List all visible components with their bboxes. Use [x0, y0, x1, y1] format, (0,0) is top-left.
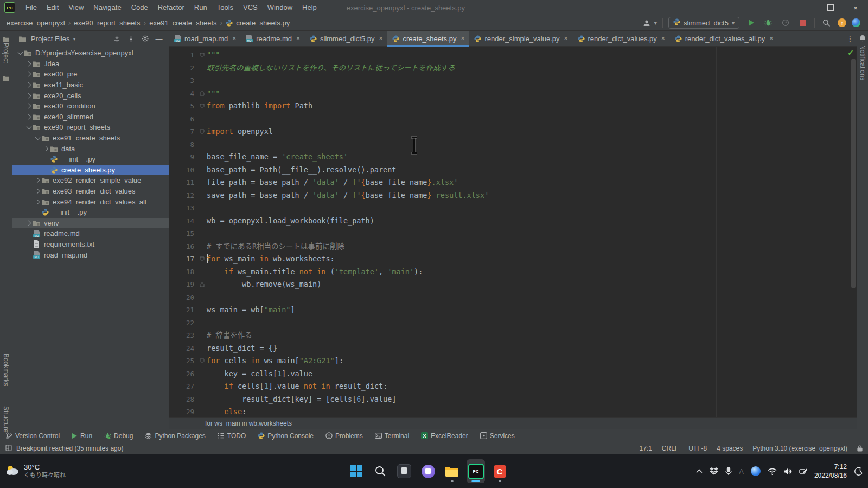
taskbar-app-dark[interactable]: [395, 459, 413, 483]
code-line[interactable]: 27 if cells[1].value not in result_dict:: [169, 380, 857, 393]
tree-item-exe91_create_sheets[interactable]: exe91_create_sheets: [12, 133, 169, 144]
tree-item-exe00_pre[interactable]: exe00_pre: [12, 69, 169, 80]
breadcrumb-item[interactable]: exe91_create_sheets: [149, 19, 216, 27]
toolwindow-problems[interactable]: Problems: [326, 432, 363, 440]
tree-item-create_sheets.py[interactable]: create_sheets.py: [12, 165, 169, 176]
status-message[interactable]: Breakpoint reached (35 minutes ago): [16, 445, 123, 452]
toolwindow-excelreader[interactable]: XExcelReader: [421, 432, 468, 440]
chevron-right-icon[interactable]: [24, 115, 33, 119]
tree-item-__init__.py[interactable]: __init__.py: [12, 154, 169, 165]
minimize-button[interactable]: [793, 0, 818, 15]
collapse-all-icon[interactable]: [125, 33, 136, 44]
code-line[interactable]: 16# すでにあるR相当のシートは事前に削除: [169, 240, 857, 253]
status-caret-position[interactable]: 17:1: [639, 445, 652, 452]
tool-stripe-structure[interactable]: Structure: [2, 406, 10, 433]
toolwindow-python-packages[interactable]: Python Packages: [145, 432, 205, 440]
chevron-right-icon[interactable]: [24, 72, 33, 76]
tab-slimmed_dict5.py[interactable]: slimmed_dict5.py×: [305, 31, 387, 46]
code-line[interactable]: 24result_dict = {}: [169, 342, 857, 355]
status-file-encoding[interactable]: UTF-8: [688, 445, 707, 452]
chevron-right-icon[interactable]: [24, 94, 33, 98]
code-line[interactable]: 4""": [169, 87, 857, 100]
menu-run[interactable]: Run: [189, 0, 212, 15]
tool-stripe-bookmarks[interactable]: Bookmarks: [2, 354, 10, 386]
tree-item-exe11_basic[interactable]: exe11_basic: [12, 80, 169, 91]
toolwindow-todo[interactable]: TODO: [218, 432, 246, 440]
code-editor[interactable]: ✓ 1"""2取引先名の重複しないリストを作り、そのリストに従ってシートを作成す…: [169, 47, 857, 417]
tree-item-data[interactable]: data: [12, 143, 169, 154]
status-line-ending[interactable]: CRLF: [662, 445, 679, 452]
breadcrumb-item[interactable]: create_sheets.py: [236, 19, 290, 27]
tree-item-exe92_render_simple_value[interactable]: exe92_render_simple_value: [12, 175, 169, 186]
code-line[interactable]: 11file_path = base_path / 'data' / f'{ba…: [169, 176, 857, 189]
toolwindow-version-control[interactable]: Version Control: [5, 432, 60, 440]
debug-button[interactable]: [762, 17, 774, 29]
dropbox-icon[interactable]: [710, 467, 718, 475]
select-opened-file-icon[interactable]: [111, 33, 122, 44]
tree-item-road_map.md[interactable]: MDroad_map.md: [12, 249, 169, 260]
tab-road_map.md[interactable]: MDroad_map.md×: [169, 31, 241, 46]
code-line[interactable]: 10base_path = Path(__file__).resolve().p…: [169, 164, 857, 177]
code-line[interactable]: 1""": [169, 49, 857, 62]
code-line[interactable]: 9base_file_name = 'create_sheets': [169, 151, 857, 164]
code-line[interactable]: 17for ws_main in wb.worksheets:: [169, 253, 857, 266]
menu-navigate[interactable]: Navigate: [88, 0, 126, 15]
chevron-right-icon[interactable]: [24, 83, 33, 87]
run-configuration-select[interactable]: slimmed_dict5 ▾: [668, 17, 739, 29]
tab-close-icon[interactable]: ×: [232, 35, 236, 42]
tree-item-__init__.py[interactable]: __init__.py: [12, 207, 169, 218]
toolwindow-python-console[interactable]: Python Console: [258, 432, 314, 440]
bell-icon[interactable]: [859, 34, 866, 44]
code-line[interactable]: 20: [169, 291, 857, 304]
ime-indicator[interactable]: A: [739, 467, 744, 476]
tab-close-icon[interactable]: ×: [296, 35, 300, 42]
chevron-down-icon[interactable]: [16, 52, 24, 54]
tree-item-exe40_slimmed[interactable]: exe40_slimmed: [12, 112, 169, 123]
code-line[interactable]: 13: [169, 202, 857, 215]
fold-marker-icon[interactable]: [197, 282, 207, 287]
fold-marker-icon[interactable]: [197, 358, 207, 364]
ide-update-icon[interactable]: ↑: [838, 18, 846, 27]
weather-widget[interactable]: 30°C くもり時々晴れ: [0, 463, 66, 479]
microphone-icon[interactable]: [725, 467, 732, 476]
code-line[interactable]: 19 wb.remove(ws_main): [169, 278, 857, 291]
code-line[interactable]: 6: [169, 113, 857, 126]
fold-marker-icon[interactable]: [197, 53, 207, 58]
start-button[interactable]: [347, 459, 366, 483]
toolwindow-run[interactable]: Run: [72, 432, 92, 440]
gradient-sphere-icon[interactable]: [852, 18, 860, 27]
status-python-interpreter[interactable]: Python 3.10 (exercise_openpyxl): [752, 445, 847, 452]
menu-code[interactable]: Code: [126, 0, 153, 15]
code-line[interactable]: 21ws_main = wb["main"]: [169, 304, 857, 317]
moon-icon[interactable]: [854, 467, 863, 476]
code-line[interactable]: 23# 辞書を作る: [169, 329, 857, 342]
tool-window-quick-access-icon[interactable]: [5, 445, 12, 453]
tab-create_sheets.py[interactable]: create_sheets.py×: [387, 31, 469, 46]
taskbar-search-button[interactable]: [371, 459, 390, 483]
cortana-icon[interactable]: [751, 466, 761, 476]
code-line[interactable]: 8: [169, 138, 857, 151]
tree-item-exe93_render_dict_values[interactable]: exe93_render_dict_values: [12, 186, 169, 197]
tool-stripe-project[interactable]: Project: [2, 43, 10, 63]
tab-render_dict_values_all.py[interactable]: render_dict_values_all.py×: [670, 31, 778, 46]
code-line[interactable]: 2取引先名の重複しないリストを作り、そのリストに従ってシートを作成する: [169, 62, 857, 75]
close-button[interactable]: ×: [843, 0, 868, 15]
folder-icon[interactable]: [3, 73, 9, 83]
tab-close-icon[interactable]: ×: [461, 35, 464, 42]
volume-icon[interactable]: [784, 468, 792, 475]
wifi-icon[interactable]: [768, 468, 777, 475]
tree-item-requirements.txt[interactable]: requirements.txt: [12, 239, 169, 250]
taskbar-file-explorer[interactable]: [443, 459, 461, 483]
code-line[interactable]: 18 if ws_main.title not in ('template', …: [169, 266, 857, 279]
tab-render_dict_values.py[interactable]: render_dict_values.py×: [573, 31, 670, 46]
run-button[interactable]: [745, 17, 757, 29]
menu-help[interactable]: Help: [297, 0, 322, 15]
stop-button[interactable]: [797, 17, 809, 29]
taskbar-pycharm[interactable]: PC: [467, 459, 485, 483]
tree-item-.idea[interactable]: .idea: [12, 59, 169, 69]
maximize-button[interactable]: [818, 0, 843, 15]
code-line[interactable]: 12save_path = base_path / 'data' / f'{ba…: [169, 189, 857, 202]
chevron-right-icon[interactable]: [24, 221, 33, 225]
toolwindow-terminal[interactable]: Terminal: [375, 432, 409, 440]
tree-item-readme.md[interactable]: MDreadme.md: [12, 228, 169, 239]
